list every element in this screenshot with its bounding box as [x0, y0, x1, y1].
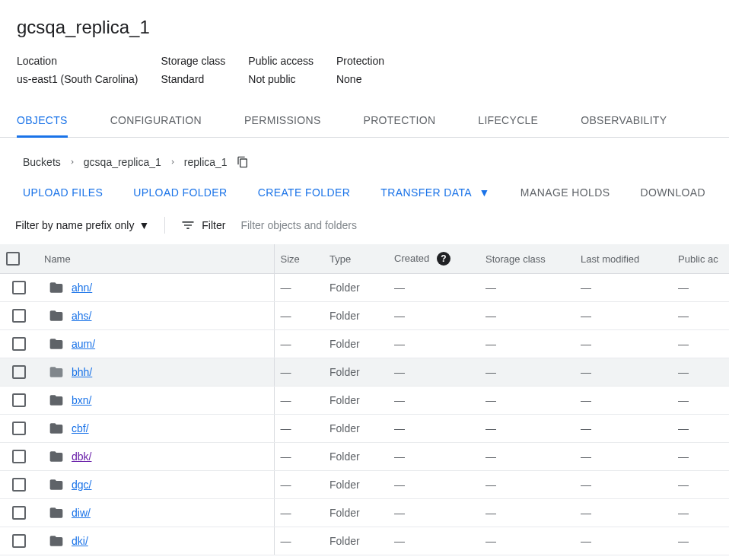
column-type[interactable]: Type — [323, 244, 388, 274]
row-checkbox[interactable] — [12, 337, 26, 351]
row-checkbox[interactable] — [12, 450, 26, 463]
folder-icon — [49, 449, 64, 464]
row-size: — — [274, 415, 323, 443]
row-last-modified: — — [575, 471, 672, 499]
row-name-cell: dbk/ — [38, 443, 274, 471]
download-button[interactable]: DOWNLOAD — [640, 186, 705, 199]
row-storage-class: — — [479, 443, 575, 471]
meta-item: ProtectionNone — [336, 55, 384, 85]
meta-label: Location — [17, 55, 138, 67]
filter-bar: Filter by name prefix only ▼ Filter — [0, 212, 729, 244]
column-public-access[interactable]: Public ac — [672, 244, 729, 274]
column-storage-class[interactable]: Storage class — [479, 244, 575, 274]
row-created: — — [388, 443, 479, 471]
breadcrumb-item-buckets[interactable]: Buckets — [23, 156, 61, 168]
meta-value: us-east1 (South Carolina) — [17, 73, 138, 85]
row-public-access: — — [672, 471, 729, 499]
row-storage-class: — — [479, 302, 575, 330]
row-checkbox[interactable] — [12, 309, 26, 323]
row-storage-class: — — [479, 387, 575, 415]
object-link[interactable]: ahn/ — [72, 282, 92, 294]
tab-objects[interactable]: OBJECTS — [17, 114, 68, 138]
row-name-cell: cbf/ — [38, 415, 274, 443]
tab-configuration[interactable]: CONFIGURATION — [110, 114, 202, 138]
row-created: — — [388, 274, 479, 302]
tab-lifecycle[interactable]: LIFECYCLE — [478, 114, 538, 138]
table-row: ahn/—Folder———— — [0, 274, 729, 302]
filter-mode-dropdown[interactable]: Filter by name prefix only ▼ — [15, 219, 149, 231]
folder-icon — [49, 280, 64, 295]
row-size: — — [274, 302, 323, 330]
row-type: Folder — [323, 302, 388, 330]
object-link[interactable]: ahs/ — [72, 310, 91, 322]
row-created: — — [388, 387, 479, 415]
object-link[interactable]: dki/ — [72, 535, 88, 547]
breadcrumb-item-folder: replica_1 — [184, 156, 228, 168]
row-name-cell: diw/ — [38, 499, 274, 527]
meta-label: Public access — [248, 55, 314, 67]
row-type: Folder — [323, 415, 388, 443]
tab-observability[interactable]: OBSERVABILITY — [581, 114, 667, 138]
tab-permissions[interactable]: PERMISSIONS — [244, 114, 321, 138]
row-checkbox[interactable] — [12, 534, 26, 548]
table-row: cbf/—Folder———— — [0, 415, 729, 443]
select-all-checkbox[interactable] — [6, 252, 20, 266]
row-public-access: — — [672, 274, 729, 302]
breadcrumb: Buckets gcsqa_replica_1 replica_1 — [0, 138, 729, 179]
row-checkbox[interactable] — [12, 365, 26, 379]
row-checkbox[interactable] — [12, 422, 26, 435]
folder-icon — [49, 477, 64, 492]
row-created: — — [388, 471, 479, 499]
create-folder-button[interactable]: CREATE FOLDER — [258, 186, 351, 199]
column-size[interactable]: Size — [274, 244, 323, 274]
transfer-data-button[interactable]: TRANSFER DATA ▼ — [380, 186, 490, 199]
object-link[interactable]: dgc/ — [72, 479, 91, 491]
column-created[interactable]: Created ? — [388, 244, 479, 274]
manage-holds-button[interactable]: MANAGE HOLDS — [520, 186, 610, 199]
row-checkbox[interactable] — [12, 506, 26, 520]
row-public-access: — — [672, 302, 729, 330]
row-checkbox[interactable] — [12, 478, 26, 492]
row-size: — — [274, 358, 323, 387]
object-link[interactable]: bhh/ — [72, 366, 92, 378]
dropdown-arrow-icon: ▼ — [479, 186, 490, 199]
folder-icon — [49, 393, 64, 408]
object-link[interactable]: aum/ — [72, 338, 95, 350]
folder-icon — [49, 533, 64, 549]
row-size: — — [274, 443, 323, 471]
row-name-cell: ahn/ — [38, 274, 274, 302]
table-row: diw/—Folder———— — [0, 499, 729, 527]
row-select-cell — [0, 387, 38, 415]
column-name[interactable]: Name — [38, 244, 274, 274]
upload-files-button[interactable]: UPLOAD FILES — [23, 186, 103, 199]
row-select-cell — [0, 471, 38, 499]
meta-label: Protection — [336, 55, 384, 67]
row-public-access: — — [672, 499, 729, 527]
object-link[interactable]: bxn/ — [72, 394, 91, 406]
tab-protection[interactable]: PROTECTION — [364, 114, 436, 138]
object-link[interactable]: diw/ — [72, 507, 91, 519]
row-name-cell: dgc/ — [38, 471, 274, 499]
meta-label: Storage class — [161, 55, 226, 67]
copy-icon[interactable] — [237, 156, 249, 168]
row-name-cell: ahs/ — [38, 302, 274, 330]
row-last-modified: — — [575, 387, 672, 415]
help-icon[interactable]: ? — [437, 252, 450, 266]
row-created: — — [388, 499, 479, 527]
row-created: — — [388, 415, 479, 443]
row-size: — — [274, 387, 323, 415]
breadcrumb-item-bucket[interactable]: gcsqa_replica_1 — [84, 156, 161, 168]
objects-table: Name Size Type Created ? Storage class L… — [0, 244, 729, 555]
row-last-modified: — — [575, 330, 672, 358]
row-checkbox[interactable] — [12, 393, 26, 407]
upload-folder-button[interactable]: UPLOAD FOLDER — [133, 186, 227, 199]
object-link[interactable]: cbf/ — [72, 422, 89, 434]
column-last-modified[interactable]: Last modified — [575, 244, 672, 274]
row-checkbox[interactable] — [12, 281, 26, 294]
filter-input[interactable] — [240, 219, 721, 231]
column-created-label: Created — [394, 253, 429, 264]
table-row: dgc/—Folder———— — [0, 471, 729, 499]
row-type: Folder — [323, 358, 388, 387]
object-link[interactable]: dbk/ — [72, 450, 91, 463]
row-size: — — [274, 330, 323, 358]
